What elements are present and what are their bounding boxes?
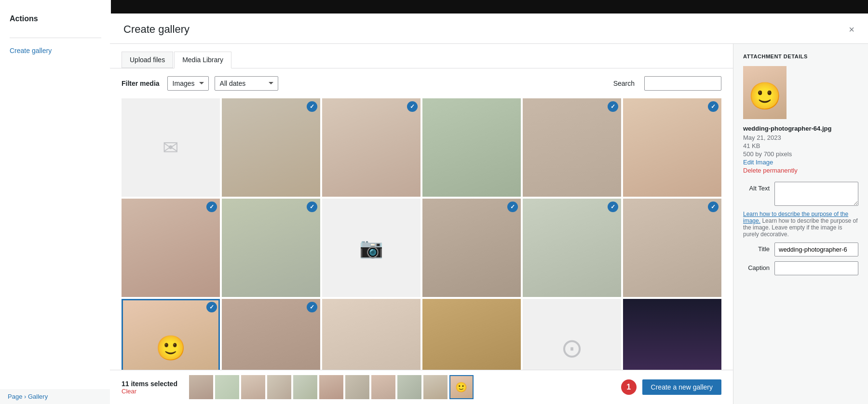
media-item[interactable]: ✓ — [523, 199, 621, 297]
media-grid: ✉ ✓ ✓ — [122, 98, 721, 370]
attachment-date: May 21, 2023 — [743, 134, 858, 141]
media-item[interactable] — [422, 98, 521, 197]
tab-bar: Upload files Media Library — [110, 44, 733, 68]
sidebar: Actions Create gallery Page › Gallery — [0, 0, 111, 404]
create-gallery-button[interactable]: Create a new gallery — [642, 379, 721, 395]
sidebar-divider — [10, 38, 101, 38]
title-input[interactable] — [774, 242, 858, 256]
title-label: Title — [743, 242, 770, 253]
media-item[interactable]: ✉ — [122, 98, 220, 197]
modal-body: Upload files Media Library Filter media … — [110, 44, 868, 404]
face-thumb: 🙂 — [449, 375, 474, 399]
media-item[interactable]: ✓ — [422, 199, 521, 297]
check-badge: ✓ — [206, 202, 217, 212]
media-item[interactable]: ✓ — [222, 98, 320, 197]
media-item[interactable] — [623, 299, 721, 370]
thumb-6[interactable] — [319, 375, 343, 399]
title-field-row: Title — [743, 242, 858, 256]
attachment-panel-title: ATTACHMENT DETAILS — [743, 54, 858, 59]
search-input[interactable] — [644, 76, 721, 91]
edit-image-link[interactable]: Edit Image — [743, 159, 858, 166]
modal-header: Create gallery × — [110, 13, 868, 44]
alt-text-hint: Learn how to describe the purpose of the… — [743, 211, 858, 238]
filter-media-label: Filter media — [122, 80, 160, 87]
media-item[interactable]: ✓ — [222, 199, 320, 297]
thumb-7[interactable] — [345, 375, 369, 399]
thumb-4[interactable] — [267, 375, 291, 399]
sidebar-title: Actions — [0, 10, 111, 33]
badge-number: 1 — [621, 379, 637, 395]
check-badge: ✓ — [608, 202, 618, 212]
alt-text-label: Alt Text — [743, 182, 770, 192]
selected-thumbnails: 🙂 — [189, 375, 621, 399]
check-badge: ✓ — [307, 202, 317, 212]
modal-footer: 11 items selected Clear — [110, 370, 733, 404]
main-content: Upload files Media Library Filter media … — [110, 44, 733, 404]
breadcrumb-page[interactable]: Page — [8, 393, 22, 400]
media-item[interactable]: ✓ — [623, 199, 721, 297]
media-item[interactable] — [422, 299, 521, 370]
modal-overlay: Actions Create gallery Page › Gallery Cr… — [0, 0, 868, 404]
mail-icon: ✉ — [163, 136, 179, 159]
tab-media-library[interactable]: Media Library — [174, 52, 231, 68]
thumb-10[interactable] — [423, 375, 448, 399]
close-button[interactable]: × — [849, 25, 854, 34]
breadcrumb: Page › Gallery — [0, 389, 111, 404]
media-item[interactable]: ⊙ — [523, 299, 621, 370]
thumb-9[interactable] — [397, 375, 421, 399]
media-item[interactable]: ✓ — [523, 98, 621, 197]
portrait-icon: 🙂 — [748, 81, 782, 112]
caption-field-row: Caption — [743, 261, 858, 275]
caption-label: Caption — [743, 261, 770, 271]
check-badge: ✓ — [708, 101, 719, 112]
filter-bar: Filter media Images Audio Video All date… — [110, 68, 733, 98]
media-grid-wrapper[interactable]: ✉ ✓ ✓ — [110, 98, 733, 370]
media-item[interactable] — [322, 299, 420, 370]
modal-title: Create gallery — [123, 23, 190, 36]
thumb-1[interactable] — [189, 375, 213, 399]
media-item[interactable]: ✓ — [623, 98, 721, 197]
check-badge: ✓ — [307, 101, 317, 112]
sidebar-item-create-gallery[interactable]: Create gallery — [0, 43, 111, 58]
check-badge: ✓ — [608, 101, 618, 112]
attachment-dimensions: 500 by 700 pixels — [743, 150, 858, 158]
thumb-3[interactable] — [241, 375, 265, 399]
check-badge: ✓ — [708, 202, 719, 212]
attachment-panel: ATTACHMENT DETAILS 🙂 wedding-photographe… — [733, 44, 868, 404]
search-label: Search — [613, 80, 635, 87]
thumb-8[interactable] — [371, 375, 395, 399]
check-badge: ✓ — [206, 302, 217, 312]
tab-upload-files[interactable]: Upload files — [122, 52, 173, 68]
thumb-5[interactable] — [293, 375, 317, 399]
thumb-11[interactable]: 🙂 — [449, 375, 474, 399]
clear-link[interactable]: Clear — [122, 388, 181, 395]
attachment-filename: wedding-photographer-64.jpg — [743, 125, 858, 132]
selected-count: 11 items selected — [122, 380, 177, 388]
alt-text-field-row: Alt Text — [743, 182, 858, 206]
delete-image-link[interactable]: Delete permanently — [743, 167, 858, 174]
attachment-preview: 🙂 — [743, 66, 787, 119]
selection-info: 11 items selected Clear — [122, 380, 181, 395]
media-item[interactable]: ✓ — [222, 299, 320, 370]
breadcrumb-separator: › — [24, 393, 26, 400]
d-icon: ⊙ — [561, 333, 583, 364]
check-badge: ✓ — [507, 202, 518, 212]
caption-input[interactable] — [774, 261, 858, 275]
filter-date-select[interactable]: All dates January 2023 February 2023 — [215, 76, 278, 91]
media-item[interactable]: ✓ — [122, 199, 220, 297]
attachment-filesize: 41 KB — [743, 142, 858, 149]
footer-right: 1 Create a new gallery — [621, 379, 721, 395]
breadcrumb-gallery[interactable]: Gallery — [28, 393, 48, 400]
check-badge: ✓ — [307, 302, 317, 312]
alt-text-input[interactable] — [774, 182, 858, 206]
create-gallery-modal: Create gallery × Upload files Media Libr… — [110, 13, 868, 404]
media-item[interactable]: 📷 — [322, 199, 420, 297]
check-badge: ✓ — [407, 101, 418, 112]
media-item-selected[interactable]: 🙂 ✓ — [122, 299, 220, 370]
thumb-2[interactable] — [215, 375, 239, 399]
camera-icon: 📷 — [359, 237, 383, 259]
media-item[interactable]: ✓ — [322, 98, 420, 197]
filter-type-select[interactable]: Images Audio Video — [167, 76, 209, 91]
